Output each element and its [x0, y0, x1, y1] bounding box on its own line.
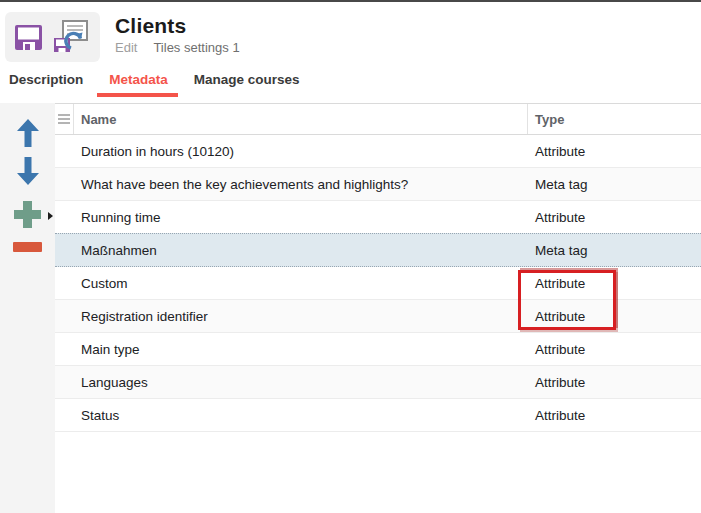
tab-bar: DescriptionMetadataManage courses: [0, 62, 701, 97]
row-type: Attribute: [528, 408, 701, 423]
row-type: Attribute: [528, 210, 701, 225]
save-floppy-icon: [15, 25, 42, 50]
row-type: Attribute: [528, 375, 701, 390]
page-header: Clients Edit Tiles settings 1: [0, 2, 701, 62]
remove-button[interactable]: [13, 242, 42, 252]
tab-manage-courses[interactable]: Manage courses: [194, 62, 300, 97]
table-body: Duration in hours (10120)AttributeWhat h…: [55, 135, 701, 432]
table-row[interactable]: LanguagesAttribute: [55, 366, 701, 399]
save-actions-panel: [5, 12, 100, 62]
table-row[interactable]: MaßnahmenMeta tag: [55, 233, 701, 267]
tab-metadata[interactable]: Metadata: [109, 62, 168, 97]
save-and-update-button[interactable]: [52, 18, 90, 56]
row-type: Meta tag: [528, 177, 701, 192]
row-type: Attribute: [528, 276, 701, 291]
row-name: Languages: [74, 375, 528, 390]
page-title: Clients: [115, 14, 240, 38]
row-type: Attribute: [528, 309, 701, 324]
table-row[interactable]: CustomAttribute: [55, 267, 701, 300]
row-name: Status: [74, 408, 528, 423]
hamburger-icon: [58, 114, 70, 124]
row-type: Meta tag: [528, 243, 701, 258]
move-down-button[interactable]: [16, 156, 40, 186]
row-name: What have been the key achievements and …: [74, 177, 528, 192]
title-block: Clients Edit Tiles settings 1: [115, 10, 240, 55]
side-toolbar: [0, 103, 55, 513]
table-row[interactable]: StatusAttribute: [55, 399, 701, 432]
row-name: Running time: [74, 210, 528, 225]
move-up-button[interactable]: [16, 118, 40, 148]
tab-description[interactable]: Description: [9, 62, 83, 97]
row-type: Attribute: [528, 144, 701, 159]
table-row[interactable]: Duration in hours (10120)Attribute: [55, 135, 701, 168]
add-menu-caret-icon[interactable]: [48, 212, 53, 220]
column-header-name[interactable]: Name: [74, 104, 528, 134]
row-type: Attribute: [528, 342, 701, 357]
save-and-update-icon: [52, 18, 90, 56]
save-button[interactable]: [15, 25, 42, 50]
arrow-down-icon: [16, 156, 40, 186]
minus-icon: [13, 242, 42, 252]
table-row[interactable]: Main typeAttribute: [55, 333, 701, 366]
row-name: Main type: [74, 342, 528, 357]
add-button[interactable]: [14, 201, 41, 228]
column-menu-cell[interactable]: [55, 104, 74, 134]
column-header-type[interactable]: Type: [528, 112, 701, 127]
row-name: Duration in hours (10120): [74, 144, 528, 159]
tiles-settings-link[interactable]: Tiles settings 1: [153, 40, 239, 55]
row-name: Maßnahmen: [74, 243, 528, 258]
metadata-table: Name Type Duration in hours (10120)Attri…: [55, 103, 701, 513]
table-row[interactable]: Registration identifierAttribute: [55, 300, 701, 333]
row-name: Custom: [74, 276, 528, 291]
edit-link[interactable]: Edit: [115, 40, 137, 55]
table-header: Name Type: [55, 103, 701, 135]
arrow-up-icon: [16, 118, 40, 148]
content-area: Name Type Duration in hours (10120)Attri…: [0, 103, 701, 513]
plus-icon: [14, 201, 41, 228]
table-row[interactable]: What have been the key achievements and …: [55, 168, 701, 201]
row-name: Registration identifier: [74, 309, 528, 324]
table-row[interactable]: Running timeAttribute: [55, 201, 701, 234]
